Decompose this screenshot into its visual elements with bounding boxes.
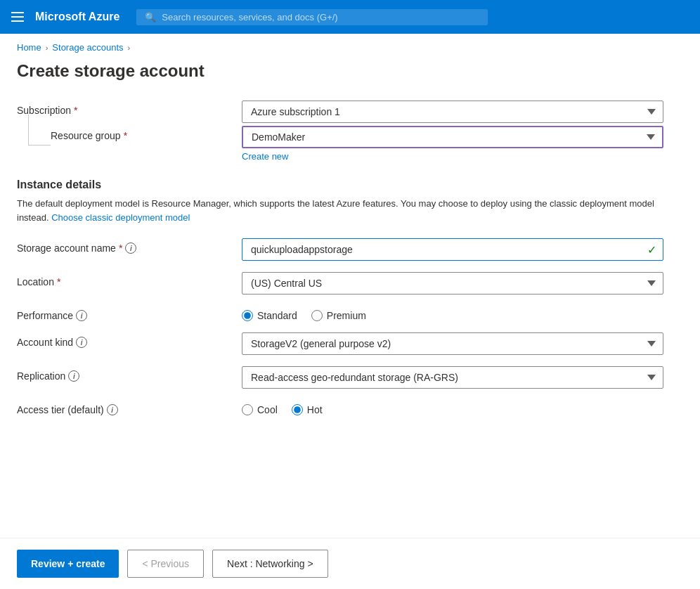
breadcrumb: Home › Storage accounts › — [0, 34, 700, 56]
storage-account-name-label: Storage account name * i — [17, 238, 242, 254]
replication-row: Replication i Read-access geo-redundant … — [17, 366, 683, 389]
breadcrumb-storage-accounts[interactable]: Storage accounts — [52, 42, 123, 53]
instance-details-heading: Instance details — [17, 179, 683, 191]
replication-label: Replication i — [17, 366, 242, 382]
search-input[interactable] — [162, 12, 479, 22]
subscription-select[interactable]: Azure subscription 1Azure subscription 2 — [242, 101, 663, 123]
location-select[interactable]: (US) Central US(US) East US(US) West US — [242, 272, 663, 294]
access-tier-label: Access tier (default) i — [17, 400, 242, 415]
instance-details-desc: The default deployment model is Resource… — [17, 197, 663, 224]
subscription-row: Subscription * Azure subscription 1Azure… — [17, 101, 683, 123]
main-content: Create storage account Subscription * Az… — [0, 56, 700, 500]
storage-account-name-required: * — [119, 242, 122, 254]
access-tier-radio-group: Cool Hot — [242, 400, 663, 415]
resource-group-required: * — [124, 130, 127, 141]
search-icon: 🔍 — [145, 12, 156, 22]
performance-premium-option[interactable]: Premium — [311, 310, 366, 321]
storage-account-name-input-wrap: ✓ — [242, 238, 663, 261]
performance-label: Performance i — [17, 306, 242, 321]
access-tier-cool-radio[interactable] — [242, 404, 253, 415]
performance-standard-radio[interactable] — [242, 310, 253, 321]
location-control: (US) Central US(US) East US(US) West US — [242, 272, 663, 294]
performance-info-icon[interactable]: i — [76, 310, 87, 321]
performance-standard-label: Standard — [257, 310, 297, 321]
account-kind-info-icon[interactable]: i — [76, 337, 87, 348]
storage-account-name-input[interactable] — [242, 238, 663, 261]
performance-row: Performance i Standard Premium — [17, 306, 683, 321]
account-kind-row: Account kind i StorageV2 (general purpos… — [17, 332, 683, 355]
performance-control: Standard Premium — [242, 306, 663, 321]
account-kind-label: Account kind i — [17, 332, 242, 348]
replication-info-icon[interactable]: i — [68, 370, 79, 382]
azure-logo-title: Microsoft Azure — [35, 11, 119, 23]
access-tier-cool-option[interactable]: Cool — [242, 404, 278, 415]
breadcrumb-home[interactable]: Home — [17, 42, 41, 53]
performance-premium-radio[interactable] — [311, 310, 323, 321]
page-title: Create storage account — [17, 61, 683, 81]
access-tier-info-icon[interactable]: i — [107, 404, 118, 415]
access-tier-row: Access tier (default) i Cool Hot — [17, 400, 683, 415]
breadcrumb-sep-2: › — [128, 44, 131, 52]
replication-control: Read-access geo-redundant storage (RA-GR… — [242, 366, 663, 389]
replication-select[interactable]: Read-access geo-redundant storage (RA-GR… — [242, 366, 663, 389]
create-new-link[interactable]: Create new — [242, 151, 288, 162]
resource-group-select[interactable]: DemoMakerCreate new — [242, 126, 663, 148]
account-kind-control: StorageV2 (general purpose v2)StorageV1 … — [242, 332, 663, 355]
storage-account-name-control: ✓ — [242, 238, 663, 261]
location-label: Location * — [17, 272, 242, 287]
performance-standard-option[interactable]: Standard — [242, 310, 297, 321]
subscription-control: Azure subscription 1Azure subscription 2 — [242, 101, 663, 123]
access-tier-hot-option[interactable]: Hot — [292, 404, 323, 415]
input-valid-check-icon: ✓ — [647, 243, 656, 257]
location-row: Location * (US) Central US(US) East US(U… — [17, 272, 683, 294]
breadcrumb-sep-1: › — [46, 44, 48, 52]
access-tier-hot-label: Hot — [307, 404, 323, 415]
resource-group-label: Resource group * — [51, 126, 242, 141]
search-bar[interactable]: 🔍 — [136, 9, 488, 25]
performance-premium-label: Premium — [327, 310, 366, 321]
access-tier-hot-radio[interactable] — [292, 404, 303, 415]
classic-deployment-link[interactable]: Choose classic deployment model — [51, 212, 190, 223]
storage-account-name-info-icon[interactable]: i — [125, 242, 136, 254]
subscription-label: Subscription * — [17, 101, 242, 116]
account-kind-select[interactable]: StorageV2 (general purpose v2)StorageV1 … — [242, 332, 663, 355]
top-navigation: Microsoft Azure 🔍 — [0, 0, 700, 34]
location-required: * — [57, 276, 60, 287]
hamburger-menu-button[interactable] — [11, 12, 24, 22]
access-tier-cool-label: Cool — [257, 404, 278, 415]
storage-account-name-row: Storage account name * i ✓ — [17, 238, 683, 261]
performance-radio-group: Standard Premium — [242, 306, 663, 321]
access-tier-control: Cool Hot — [242, 400, 663, 415]
subscription-required: * — [74, 105, 77, 116]
resource-group-control: DemoMakerCreate new Create new — [242, 126, 663, 162]
